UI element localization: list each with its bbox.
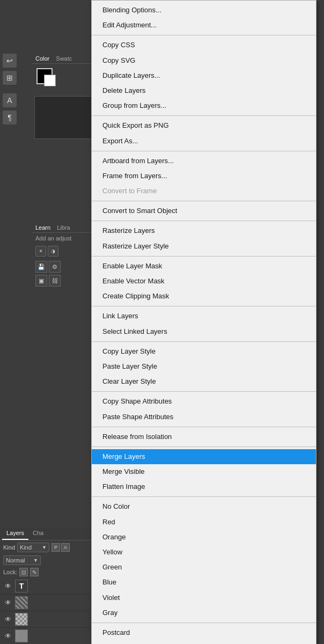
menu-item-gray[interactable]: Gray: [92, 605, 316, 620]
lock-label: Lock:: [3, 569, 17, 575]
contrast-adj-icon[interactable]: ◑: [48, 246, 58, 257]
menu-item-red[interactable]: Red: [92, 515, 316, 530]
separator-2: [92, 115, 316, 116]
tab-library[interactable]: Libra: [54, 223, 73, 232]
lock-row: Lock: ⊡ ✎: [0, 566, 91, 578]
layer-row-3: 👁: [0, 611, 91, 628]
menu-item-rasterize-layers[interactable]: Rasterize Layers: [92, 223, 316, 238]
menu-item-yellow[interactable]: Yellow: [92, 545, 316, 560]
save-panel-icon[interactable]: 💾: [35, 261, 47, 273]
kind-dropdown[interactable]: Kind▼: [17, 543, 49, 552]
separator-3: [92, 151, 316, 151]
chain-icon[interactable]: ⛓: [49, 275, 61, 287]
left-panel: ↩ ⊞ A ¶ Color Swatc Learn Libra Add an a…: [0, 0, 91, 644]
tab-channels[interactable]: Cha: [28, 527, 48, 540]
eye-icon-1[interactable]: 👁: [3, 581, 13, 591]
lock-position-icon[interactable]: ✎: [30, 568, 39, 576]
menu-item-create-clipping-mask[interactable]: Create Clipping Mask: [92, 289, 316, 304]
menu-item-blending-options[interactable]: Blending Options...: [92, 3, 316, 18]
layer-thumb-pattern: [15, 596, 28, 609]
learn-tabs: Learn Libra: [32, 223, 91, 233]
menu-item-convert-smart-object[interactable]: Convert to Smart Object: [92, 203, 316, 218]
menu-item-clear-layer-style[interactable]: Clear Layer Style: [92, 374, 316, 389]
filter-adj-icon[interactable]: A: [61, 543, 70, 552]
context-menu: Blending Options... Edit Adjustment... C…: [91, 0, 316, 644]
tab-layers[interactable]: Layers: [2, 527, 28, 540]
separator-5: [92, 221, 316, 221]
blend-mode-dropdown[interactable]: Normal▼: [3, 555, 41, 565]
separator-11: [92, 447, 316, 447]
layer-row-4: 👁: [0, 628, 91, 644]
menu-item-group-from-layers[interactable]: Group from Layers...: [92, 98, 316, 113]
brightness-adj-icon[interactable]: ☀: [35, 246, 46, 257]
separator-13: [92, 623, 316, 623]
menu-item-orange[interactable]: Orange: [92, 530, 316, 545]
separator-1: [92, 35, 316, 35]
layer-thumb-checker: [15, 613, 28, 626]
panel-action-icons: 💾 ⚙: [32, 259, 91, 275]
separator-4: [92, 201, 316, 201]
separator-6: [92, 256, 316, 257]
layer-row-1: 👁 T: [0, 578, 91, 595]
separator-12: [92, 496, 316, 497]
eye-icon-2[interactable]: 👁: [3, 598, 13, 608]
filter-pixel-icon[interactable]: P: [51, 543, 60, 552]
tab-color[interactable]: Color: [32, 54, 53, 63]
color-picker-area: [34, 96, 93, 139]
eye-icon-3[interactable]: 👁: [3, 614, 13, 624]
arrange-tool-icon[interactable]: ⊞: [3, 71, 17, 85]
menu-item-paste-shape-attributes[interactable]: Paste Shape Attributes: [92, 409, 316, 425]
settings-panel-icon[interactable]: ⚙: [49, 261, 61, 273]
menu-item-quick-export-png[interactable]: Quick Export as PNG: [92, 118, 316, 133]
menu-item-select-linked-layers[interactable]: Select Linked Layers: [92, 324, 316, 339]
tab-learn[interactable]: Learn: [32, 223, 54, 232]
menu-item-blue[interactable]: Blue: [92, 575, 316, 590]
separator-9: [92, 391, 316, 392]
menu-item-delete-layers[interactable]: Delete Layers: [92, 83, 316, 98]
menu-item-release-from-isolation[interactable]: Release from Isolation: [92, 429, 316, 444]
learn-panel: Learn Libra Add an adjust ☀ ◑ 💾 ⚙ ▣ ⛓: [32, 223, 91, 287]
menu-item-flatten-image[interactable]: Flatten Image: [92, 479, 316, 494]
extra-icons: ▣ ⛓: [32, 275, 91, 287]
layers-tabs: Layers Cha: [0, 527, 91, 540]
menu-item-frame-from-layers[interactable]: Frame from Layers...: [92, 169, 316, 184]
menu-item-copy-layer-style[interactable]: Copy Layer Style: [92, 344, 316, 359]
menu-item-artboard-from-layers[interactable]: Artboard from Layers...: [92, 153, 316, 169]
menu-item-merge-visible[interactable]: Merge Visible: [92, 464, 316, 479]
color-tabs: Color Swatc: [32, 54, 91, 64]
text-tool-icon[interactable]: A: [3, 93, 17, 107]
menu-item-copy-css[interactable]: Copy CSS: [92, 38, 316, 53]
menu-item-no-color[interactable]: No Color: [92, 499, 316, 514]
layer-row-2: 👁: [0, 595, 91, 611]
menu-item-postcard[interactable]: Postcard: [92, 625, 316, 640]
background-color[interactable]: [44, 75, 56, 86]
menu-item-paste-layer-style[interactable]: Paste Layer Style: [92, 359, 316, 374]
menu-item-copy-shape-attributes[interactable]: Copy Shape Attributes: [92, 394, 316, 409]
history-tool-icon[interactable]: ↩: [3, 54, 17, 68]
paragraph-tool-icon[interactable]: ¶: [3, 111, 17, 125]
menu-item-violet[interactable]: Violet: [92, 590, 316, 605]
color-panel: Color Swatc: [32, 54, 91, 139]
menu-item-link-layers[interactable]: Link Layers: [92, 309, 316, 324]
lock-pixels-icon[interactable]: ⊡: [19, 568, 28, 576]
menu-item-export-as[interactable]: Export As...: [92, 134, 316, 149]
menu-item-convert-to-frame[interactable]: Convert to Frame: [92, 184, 316, 199]
menu-item-green[interactable]: Green: [92, 560, 316, 575]
menu-item-merge-layers[interactable]: Merge Layers: [92, 449, 316, 464]
toolbar: ↩ ⊞ A ¶: [3, 54, 17, 125]
kind-label: Kind: [3, 544, 15, 551]
tab-swatch[interactable]: Swatc: [53, 54, 75, 63]
menu-item-rasterize-layer-style[interactable]: Rasterize Layer Style: [92, 239, 316, 254]
mask-icon[interactable]: ▣: [35, 275, 47, 287]
adjust-label: Add an adjust: [32, 233, 91, 244]
layer-thumb-solid: [15, 630, 28, 642]
adjustment-icons: ☀ ◑: [32, 244, 91, 259]
menu-item-edit-adjustment[interactable]: Edit Adjustment...: [92, 18, 316, 33]
menu-item-enable-layer-mask[interactable]: Enable Layer Mask: [92, 259, 316, 274]
eye-icon-4[interactable]: 👁: [3, 631, 13, 641]
menu-item-copy-svg[interactable]: Copy SVG: [92, 53, 316, 68]
menu-item-enable-vector-mask[interactable]: Enable Vector Mask: [92, 274, 316, 289]
menu-item-new-3d-selected[interactable]: New 3D Extrusion from Selected Layer: [92, 640, 316, 644]
menu-item-duplicate-layers[interactable]: Duplicate Layers...: [92, 68, 316, 83]
separator-10: [92, 427, 316, 427]
